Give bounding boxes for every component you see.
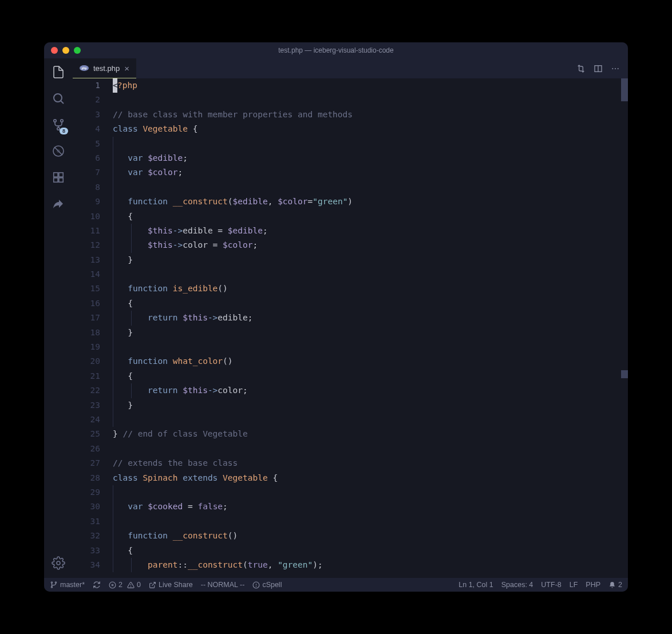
titlebar: test.php — iceberg-visual-studio-code: [44, 42, 628, 58]
svg-point-16: [615, 68, 616, 69]
branch-name: master*: [60, 581, 85, 589]
svg-point-28: [256, 586, 257, 587]
eol-indicator[interactable]: LF: [570, 581, 578, 589]
traffic-lights: [51, 47, 81, 54]
svg-point-17: [618, 68, 619, 69]
code-content[interactable]: <?php// base class with member propertie…: [113, 78, 628, 578]
extensions-icon[interactable]: [50, 169, 66, 185]
svg-rect-9: [59, 178, 63, 182]
svg-text:php: php: [81, 66, 86, 70]
problems-indicator[interactable]: 2 0: [109, 581, 141, 589]
notification-count: 2: [618, 581, 622, 589]
branch-indicator[interactable]: master*: [50, 581, 85, 589]
encoding-indicator[interactable]: UTF-8: [541, 581, 561, 589]
cursor-position[interactable]: Ln 1, Col 1: [458, 581, 493, 589]
tabs-bar: php test.php ×: [73, 58, 628, 78]
liveshare-label: Live Share: [159, 581, 193, 589]
svg-point-10: [57, 561, 60, 565]
tab-actions: [568, 58, 628, 78]
minimap-marker: [621, 370, 628, 378]
tab-label: test.php: [93, 64, 120, 73]
editor-area: php test.php ×: [73, 58, 628, 578]
language-mode[interactable]: PHP: [586, 581, 600, 589]
indentation-indicator[interactable]: Spaces: 4: [501, 581, 533, 589]
svg-rect-7: [59, 173, 63, 177]
svg-rect-6: [54, 173, 58, 177]
code-editor[interactable]: 1234567891011121314151617181920212223242…: [73, 78, 628, 578]
php-file-icon: php: [80, 64, 89, 73]
tab-test-php[interactable]: php test.php ×: [73, 58, 136, 78]
svg-rect-8: [54, 178, 58, 182]
settings-gear-icon[interactable]: [50, 555, 66, 571]
liveshare-icon[interactable]: [50, 196, 66, 212]
line-number-gutter: 1234567891011121314151617181920212223242…: [73, 78, 113, 578]
svg-point-18: [51, 582, 52, 583]
close-window-button[interactable]: [51, 47, 58, 54]
minimize-window-button[interactable]: [62, 47, 69, 54]
liveshare-status[interactable]: Live Share: [149, 581, 193, 589]
svg-point-25: [131, 586, 131, 587]
scrollbar-track[interactable]: [621, 78, 628, 578]
sync-icon[interactable]: [93, 581, 101, 589]
debug-icon[interactable]: [50, 143, 66, 159]
explorer-icon[interactable]: [50, 64, 66, 80]
scrollbar-thumb[interactable]: [621, 78, 628, 101]
maximize-window-button[interactable]: [74, 47, 81, 54]
svg-point-19: [55, 582, 56, 583]
notifications-indicator[interactable]: 2: [608, 581, 622, 589]
source-control-icon[interactable]: 8: [50, 117, 66, 133]
cspell-status[interactable]: cSpell: [252, 581, 282, 589]
split-editor-icon[interactable]: [594, 64, 603, 73]
error-count: 2: [118, 581, 122, 589]
svg-point-1: [54, 120, 56, 122]
svg-point-15: [612, 68, 613, 69]
status-bar: master* 2 0 Live Share -- NORMAL -- cSpe…: [44, 578, 628, 592]
scm-badge: 8: [60, 128, 68, 134]
more-actions-icon[interactable]: [611, 64, 620, 73]
window-title: test.php — iceberg-visual-studio-code: [44, 46, 628, 54]
warning-count: 0: [137, 581, 141, 589]
svg-point-20: [51, 587, 52, 588]
svg-point-5: [57, 149, 60, 153]
vscode-window: test.php — iceberg-visual-studio-code 8: [44, 42, 628, 592]
compare-changes-icon[interactable]: [576, 64, 586, 73]
search-icon[interactable]: [50, 90, 66, 106]
cspell-label: cSpell: [262, 581, 282, 589]
svg-point-0: [54, 94, 62, 102]
activity-bar: 8: [44, 58, 73, 578]
close-tab-icon[interactable]: ×: [124, 64, 129, 73]
svg-point-2: [61, 120, 63, 122]
vim-mode: -- NORMAL --: [201, 581, 245, 589]
body-area: 8 php test.php: [44, 58, 628, 578]
